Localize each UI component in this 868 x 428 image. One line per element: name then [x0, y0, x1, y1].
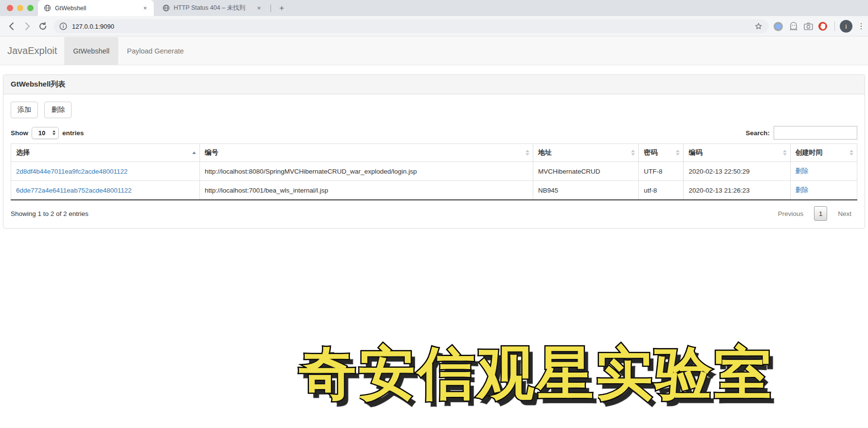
extension-fingerprint-icon[interactable]: [773, 21, 783, 32]
select-stepper-icon: [52, 130, 58, 135]
column-header-address[interactable]: 地址: [533, 144, 638, 162]
extension-camera-icon[interactable]: [803, 21, 814, 32]
webshell-encoding-cell: UTF-8: [639, 162, 684, 181]
page-content: JavaExploit GtWebshell Payload Generate …: [0, 37, 868, 428]
webshell-url-cell: http://localhost:7001/bea_wls_internal/l…: [199, 181, 533, 200]
globe-icon: [163, 4, 170, 12]
tab-title: HTTP Status 404 – 未找到: [174, 4, 252, 12]
table-header-row: 选择 编号 地址 密码 编码 创建时间: [11, 144, 857, 162]
app-navbar: JavaExploit GtWebshell Payload Generate: [0, 37, 868, 65]
new-tab-button[interactable]: +: [275, 2, 288, 14]
sort-asc-icon: [192, 152, 196, 154]
back-icon[interactable]: [6, 20, 18, 32]
webshell-created-cell: 2020-02-13 21:26:23: [684, 181, 790, 200]
window-zoom-button[interactable]: [27, 5, 34, 11]
site-info-icon[interactable]: [59, 22, 67, 30]
tab-http-404[interactable]: HTTP Status 404 – 未找到 ×: [157, 0, 268, 16]
gtwebshell-panel: GtWebshell列表 添加 删除 Show 10 entries Searc…: [3, 74, 865, 229]
forward-icon[interactable]: [21, 20, 33, 32]
column-header-password[interactable]: 密码: [639, 144, 684, 162]
panel-title: GtWebshell列表: [3, 75, 865, 94]
toolbar-separator: [834, 21, 835, 31]
search-label: Search:: [745, 129, 770, 137]
browser-toolbar: 127.0.0.1:9090 i ⋮: [0, 16, 868, 36]
tab-title: GtWebshell: [55, 5, 138, 12]
panel-body: 添加 删除 Show 10 entries Search:: [3, 94, 865, 228]
delete-row-link[interactable]: 删除: [796, 167, 809, 175]
next-page-button[interactable]: Next: [832, 207, 857, 220]
globe-icon: [44, 4, 51, 12]
sort-both-icon: [631, 150, 635, 156]
show-label: Show: [11, 129, 28, 137]
search-control: Search:: [745, 126, 857, 140]
column-header-encoding[interactable]: 编码: [684, 144, 790, 162]
navbar-brand[interactable]: JavaExploit: [0, 37, 64, 65]
close-icon[interactable]: ×: [256, 4, 262, 12]
sort-both-icon: [525, 150, 529, 156]
pagination: Previous 1 Next: [772, 206, 857, 221]
webshell-encoding-cell: utf-8: [639, 181, 684, 200]
sort-both-icon: [783, 150, 787, 156]
column-header-created[interactable]: 创建时间: [790, 144, 857, 162]
tab-gtwebshell[interactable]: GtWebshell ×: [38, 0, 154, 16]
webshell-url-cell: http://localhost:8080/SpringMVCHibernate…: [199, 162, 533, 181]
table-row: 2d8df4b44e7011ea9fc2acde48001122 http://…: [11, 162, 857, 181]
add-button[interactable]: 添加: [11, 102, 38, 118]
datatable-controls: Show 10 entries Search:: [11, 126, 857, 140]
column-header-number[interactable]: 编号: [199, 144, 533, 162]
bookmark-star-icon[interactable]: [754, 22, 763, 31]
webshell-id-link[interactable]: 2d8df4b44e7011ea9fc2acde48001122: [16, 168, 127, 175]
window-minimize-button[interactable]: [17, 5, 23, 11]
table-info: Showing 1 to 2 of 2 entries: [11, 210, 89, 217]
nav-item-gtwebshell[interactable]: GtWebshell: [64, 37, 118, 65]
browser-tabstrip: GtWebshell × HTTP Status 404 – 未找到 × +: [0, 0, 868, 16]
webshell-password-cell: MVCHibernateCRUD: [533, 162, 638, 181]
window-close-button[interactable]: [7, 5, 13, 11]
page-number-button[interactable]: 1: [814, 206, 827, 221]
extension-adblock-icon[interactable]: [817, 21, 828, 32]
table-row: 6dde772a4e6411eab752acde48001122 http://…: [11, 181, 857, 200]
page-length-control: Show 10 entries: [11, 127, 84, 139]
webshell-created-cell: 2020-02-13 22:50:29: [684, 162, 790, 181]
page-length-value: 10: [32, 129, 52, 137]
url-bar[interactable]: 127.0.0.1:9090: [54, 19, 769, 33]
sort-both-icon: [676, 150, 680, 156]
close-icon[interactable]: ×: [142, 4, 148, 12]
column-header-select[interactable]: 选择: [11, 144, 200, 162]
extension-ghost-icon[interactable]: [788, 21, 799, 32]
webshell-id-link[interactable]: 6dde772a4e6411eab752acde48001122: [16, 187, 132, 194]
page-length-select[interactable]: 10: [32, 127, 59, 139]
nav-item-payload-generate[interactable]: Payload Generate: [118, 37, 193, 65]
webshell-table: 选择 编号 地址 密码 编码 创建时间 2d8df4b44e7011ea9fc2…: [11, 143, 857, 200]
search-input[interactable]: [774, 126, 857, 140]
datatable-footer: Showing 1 to 2 of 2 entries Previous 1 N…: [11, 206, 857, 221]
entries-label: entries: [62, 129, 84, 137]
webshell-password-cell: NB945: [533, 181, 638, 200]
reload-icon[interactable]: [37, 20, 49, 32]
sort-both-icon: [850, 150, 853, 156]
tab-divider: [271, 4, 271, 12]
url-text: 127.0.0.1:9090: [72, 23, 754, 30]
previous-page-button[interactable]: Previous: [772, 207, 810, 220]
profile-avatar[interactable]: i: [840, 20, 852, 33]
delete-row-link[interactable]: 删除: [796, 186, 809, 194]
delete-button[interactable]: 删除: [44, 102, 72, 118]
browser-menu-icon[interactable]: ⋮: [857, 20, 865, 32]
